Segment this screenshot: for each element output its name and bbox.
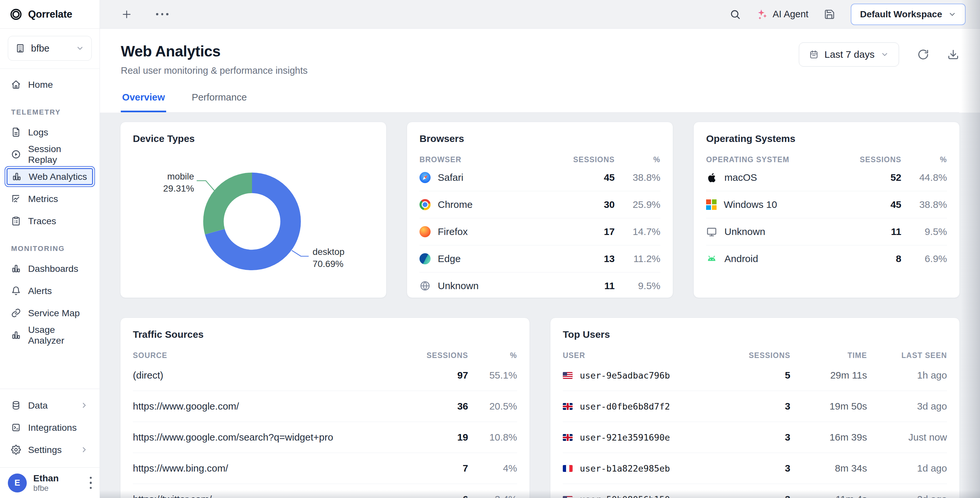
last-seen-value: 2d ago <box>867 494 947 498</box>
last-seen-value: 3d ago <box>867 401 947 412</box>
os-table-header: OPERATING SYSTEM SESSIONS % <box>706 155 947 164</box>
sidebar-item-dashboards[interactable]: Dashboards <box>5 258 95 279</box>
bar-chart-icon <box>12 172 22 181</box>
tab-overflow-button[interactable] <box>156 13 169 15</box>
sidebar-item-label: Web Analytics <box>29 171 87 182</box>
user-menu-kebab-icon[interactable] <box>90 477 92 489</box>
column-header: OPERATING SYSTEM <box>706 155 852 164</box>
bell-icon <box>11 286 21 296</box>
tab-bar: Overview Performance <box>121 92 959 113</box>
source-value: https://twitter.com/ <box>133 494 426 498</box>
sidebar-item-data[interactable]: Data <box>5 395 95 416</box>
percent-value: 3.4% <box>468 494 517 498</box>
tab-overview[interactable]: Overview <box>121 92 166 112</box>
percent-value: 38.8% <box>615 172 660 183</box>
percent-value: 14.7% <box>615 226 660 237</box>
table-row: Unknown 11 9.5% <box>706 218 947 245</box>
date-range-label: Last 7 days <box>825 49 875 60</box>
sidebar-item-logs[interactable]: Logs <box>5 122 95 143</box>
sessions-value: 8 <box>852 253 901 264</box>
bar-chart-icon <box>11 264 21 274</box>
sidebar-nav: Home TELEMETRY Logs Session Replay Web A… <box>0 69 100 389</box>
percent-value: 9.5% <box>615 280 660 291</box>
new-tab-button[interactable] <box>121 8 132 20</box>
table-row: https://www.google.com/search?q=widget+p… <box>133 422 517 453</box>
os-name: Android <box>724 253 758 264</box>
source-value: https://www.google.com/search?q=widget+p… <box>133 432 426 443</box>
user-org: bfbe <box>33 484 83 493</box>
workspace-selector[interactable]: Default Workspace <box>851 3 966 25</box>
sessions-value: 36 <box>426 401 468 412</box>
sessions-value: 45 <box>852 199 901 210</box>
sessions-value: 97 <box>426 370 468 381</box>
file-text-icon <box>11 127 21 137</box>
user-profile-row[interactable]: E Ethan bfbe <box>0 467 100 498</box>
sessions-value: 45 <box>566 172 615 183</box>
sessions-value: 7 <box>426 463 468 474</box>
fr-flag-icon <box>563 465 573 472</box>
windows-icon <box>706 199 717 210</box>
percent-value: 44.8% <box>901 172 947 183</box>
table-row: (direct) 97 55.1% <box>133 360 517 391</box>
search-button[interactable] <box>730 9 741 20</box>
card-title: Traffic Sources <box>133 329 517 340</box>
browser-name: Chrome <box>438 199 473 210</box>
org-selector[interactable]: bfbe <box>8 36 92 61</box>
ai-agent-button[interactable]: AI Agent <box>756 8 809 20</box>
desktop-value: 70.69% <box>313 259 344 269</box>
chevron-right-icon <box>80 401 89 410</box>
last-seen-value: 1d ago <box>867 463 947 474</box>
sidebar-item-alerts[interactable]: Alerts <box>5 280 95 301</box>
browser-name: Firefox <box>438 226 468 237</box>
date-range-selector[interactable]: Last 7 days <box>799 43 899 67</box>
sidebar-item-usage-analyzer[interactable]: Usage Analyzer <box>5 325 95 345</box>
us-flag-icon <box>563 496 573 498</box>
browsers-table-header: BROWSER SESSIONS % <box>420 155 660 164</box>
refresh-button[interactable] <box>917 49 929 60</box>
chevron-down-icon <box>76 44 84 53</box>
card-traffic-sources: Traffic Sources SOURCE SESSIONS % (direc… <box>120 318 530 498</box>
desktop-label: desktop <box>313 247 345 257</box>
sidebar-item-home[interactable]: Home <box>5 74 95 95</box>
traffic-table-header: SOURCE SESSIONS % <box>133 351 517 360</box>
tab-performance[interactable]: Performance <box>190 92 248 112</box>
download-button[interactable] <box>947 49 959 60</box>
ellipsis-icon <box>156 13 169 15</box>
user-meta: Ethan bfbe <box>33 473 83 493</box>
plus-icon <box>121 8 132 20</box>
page-title: Web Analytics <box>121 43 307 60</box>
card-device-types: Device Types mobile 29.31% desktop 70.69… <box>120 122 387 298</box>
gear-icon <box>11 445 21 455</box>
os-name: Windows 10 <box>724 199 777 210</box>
workspace-selector-label: Default Workspace <box>860 9 942 19</box>
table-row: user-b1a822e985eb 3 8m 34s 1d ago <box>563 453 947 484</box>
sidebar-item-integrations[interactable]: Integrations <box>5 417 95 438</box>
sidebar-item-web-analytics[interactable]: Web Analytics <box>5 166 95 187</box>
column-header: SOURCE <box>133 351 426 360</box>
sidebar-item-label: Logs <box>28 127 48 138</box>
sidebar-item-settings[interactable]: Settings <box>5 439 95 460</box>
download-icon <box>947 49 959 60</box>
card-title: Device Types <box>133 133 374 144</box>
time-value: 29m 11s <box>790 370 867 381</box>
user-name: Ethan <box>33 473 83 484</box>
os-name: Unknown <box>724 226 765 237</box>
percent-value: 20.5% <box>468 401 517 412</box>
time-value: 19m 50s <box>790 401 867 412</box>
os-name: macOS <box>724 172 757 183</box>
sidebar-item-metrics[interactable]: Metrics <box>5 188 95 209</box>
sidebar-item-service-map[interactable]: Service Map <box>5 302 95 323</box>
save-view-button[interactable] <box>824 9 835 20</box>
user-id: user-b1a822e985eb <box>580 463 670 474</box>
sidebar-item-session-replay[interactable]: Session Replay <box>5 144 95 165</box>
sidebar-item-traces[interactable]: Traces <box>5 210 95 231</box>
main-area: AI Agent Default Workspace Web Analytics… <box>100 0 980 498</box>
globe-icon <box>420 280 431 291</box>
browser-name: Edge <box>438 253 461 264</box>
sessions-value: 52 <box>852 172 901 183</box>
topbar: AI Agent Default Workspace <box>100 0 980 29</box>
sidebar-item-label: Data <box>28 400 48 411</box>
source-value: https://www.google.com/ <box>133 401 426 412</box>
desktop-callout-line <box>292 250 309 256</box>
percent-value: 38.8% <box>901 199 947 210</box>
